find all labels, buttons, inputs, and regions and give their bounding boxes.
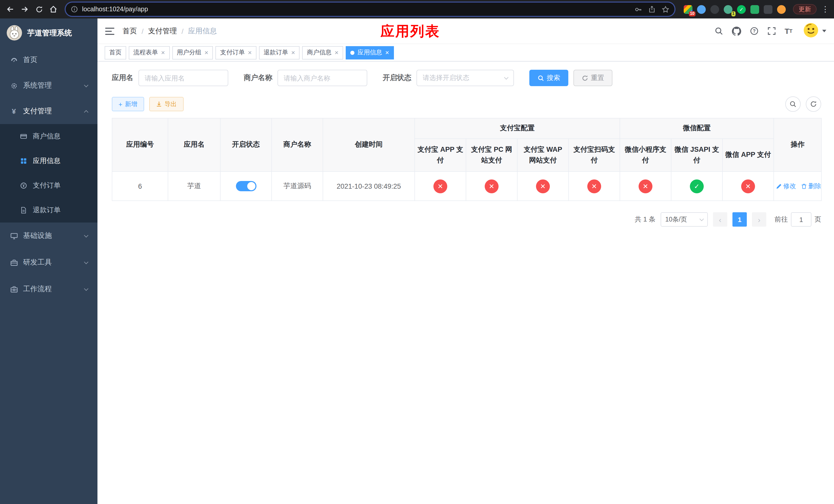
cell-status xyxy=(220,171,271,201)
sidebar-item-label: 首页 xyxy=(23,55,38,65)
sidebar-item-payment-order[interactable]: 支付订单 xyxy=(0,173,97,198)
sidebar-item-dev-tools[interactable]: 研发工具 xyxy=(0,249,97,276)
export-button[interactable]: 导出 xyxy=(149,97,183,111)
github-icon[interactable] xyxy=(732,26,741,36)
close-icon[interactable]: × xyxy=(385,49,389,56)
user-menu[interactable] xyxy=(803,22,826,40)
document-icon xyxy=(20,207,28,214)
credit-card-icon xyxy=(20,133,28,140)
col-header-alipay-app: 支付宝 APP 支付 xyxy=(415,139,466,171)
extension-icon[interactable]: ✓ xyxy=(737,5,746,14)
next-page-button[interactable]: › xyxy=(752,212,766,227)
payment-submenu: 商户信息 应用信息 支付订单 xyxy=(0,124,97,223)
tab-app-info[interactable]: 应用信息× xyxy=(346,46,394,59)
fullscreen-icon[interactable] xyxy=(767,27,776,36)
reset-button[interactable]: 重置 xyxy=(573,70,612,86)
browser-update-button[interactable]: 更新 xyxy=(793,4,816,14)
col-header-id: 应用编号 xyxy=(112,118,168,171)
site-info-icon[interactable] xyxy=(71,6,78,13)
browser-home-icon[interactable] xyxy=(47,3,60,15)
help-icon[interactable]: ? xyxy=(750,27,758,36)
merchant-name-input[interactable] xyxy=(278,70,367,86)
browser-refresh-icon[interactable] xyxy=(33,3,45,15)
alipay-pc-status-icon: ✕ xyxy=(485,179,499,193)
breadcrumb-payment[interactable]: 支付管理 xyxy=(148,26,177,36)
status-toggle[interactable] xyxy=(236,181,256,191)
page-size-select[interactable]: 10条/页 xyxy=(661,212,708,227)
tab-payment-order[interactable]: 支付订单× xyxy=(215,46,256,59)
col-header-alipay-qr: 支付宝扫码支付 xyxy=(569,139,620,171)
toolbox-icon xyxy=(10,259,18,266)
refresh-table-button[interactable] xyxy=(806,96,821,112)
password-key-icon[interactable] xyxy=(635,5,642,13)
extension-icon[interactable] xyxy=(777,5,786,14)
sidebar-item-system[interactable]: 系统管理 xyxy=(0,73,97,98)
extension-badge: 10 xyxy=(689,11,696,16)
tab-user-group[interactable]: 用户分组× xyxy=(172,46,213,59)
cell-created: 2021-10-23 08:49:25 xyxy=(323,171,415,201)
app-name-input[interactable] xyxy=(138,70,228,86)
hide-search-button[interactable] xyxy=(785,96,801,112)
col-header-actions: 操作 xyxy=(774,118,821,171)
address-bar[interactable]: localhost:1024/pay/app xyxy=(66,3,675,16)
close-icon[interactable]: × xyxy=(161,49,165,56)
app-logo[interactable]: 芋道管理系统 xyxy=(0,19,97,47)
close-icon[interactable]: × xyxy=(248,49,251,56)
sidebar-item-label: 工作流程 xyxy=(23,284,52,294)
sidebar-item-app-info[interactable]: 应用信息 xyxy=(0,149,97,173)
extension-icon[interactable] xyxy=(710,5,719,14)
extension-icon[interactable] xyxy=(750,5,759,14)
sidebar-item-label: 支付订单 xyxy=(33,181,61,190)
alipay-app-status-icon: ✕ xyxy=(433,179,447,193)
extension-icon[interactable] xyxy=(764,5,772,14)
browser-forward-icon[interactable] xyxy=(19,3,31,15)
url-text[interactable]: localhost:1024/pay/app xyxy=(82,6,630,13)
grid-icon xyxy=(20,157,28,165)
col-header-wechat-app: 微信 APP 支付 xyxy=(722,139,774,171)
status-select[interactable]: 请选择开启状态 xyxy=(416,70,514,86)
tab-merchant-info[interactable]: 商户信息× xyxy=(302,46,343,59)
table-row: 6 芋道 芋道源码 2021-10-23 08:49:25 ✕ ✕ ✕ ✕ ✕ xyxy=(112,171,821,201)
tab-home[interactable]: 首页 xyxy=(105,46,126,59)
search-icon[interactable] xyxy=(714,27,723,36)
tab-process-form[interactable]: 流程表单× xyxy=(129,46,170,59)
sidebar-item-merchant-info[interactable]: 商户信息 xyxy=(0,124,97,149)
page-number-button[interactable]: 1 xyxy=(732,212,747,227)
alipay-qr-status-icon: ✕ xyxy=(587,179,601,193)
app-name-label: 应用名 xyxy=(112,73,133,83)
search-button[interactable]: 搜索 xyxy=(529,70,568,86)
prev-page-button[interactable]: ‹ xyxy=(713,212,727,227)
close-icon[interactable]: × xyxy=(335,49,338,56)
breadcrumb-current: 应用信息 xyxy=(188,26,217,36)
chevron-down-icon xyxy=(84,287,88,291)
sidebar-item-home[interactable]: 首页 xyxy=(0,47,97,73)
sidebar-item-payment[interactable]: ¥ 支付管理 xyxy=(0,98,97,124)
delete-button[interactable]: 删除 xyxy=(801,182,821,190)
share-icon[interactable] xyxy=(648,6,656,13)
sidebar-item-infrastructure[interactable]: 基础设施 xyxy=(0,223,97,249)
col-header-wechat-jsapi: 微信 JSAPI 支付 xyxy=(671,139,722,171)
extension-icon[interactable]: 1 xyxy=(724,5,732,14)
browser-menu-icon[interactable]: ⋮ xyxy=(821,5,830,14)
sidebar-item-workflow[interactable]: 工作流程 xyxy=(0,276,97,302)
breadcrumb-home[interactable]: 首页 xyxy=(123,26,137,36)
extension-icon[interactable] xyxy=(697,5,706,14)
close-icon[interactable]: × xyxy=(204,49,208,56)
search-form: 应用名 商户名称 开启状态 请选择开启状态 xyxy=(112,70,820,86)
extension-icon[interactable]: 10 xyxy=(684,5,693,14)
sidebar-toggle-icon[interactable] xyxy=(105,27,114,35)
edit-button[interactable]: 修改 xyxy=(776,182,796,190)
goto-page-input[interactable] xyxy=(791,212,811,227)
sidebar: 芋道管理系统 首页 系统管理 ¥ 支付管理 xyxy=(0,19,97,504)
add-button[interactable]: + 新增 xyxy=(112,97,144,111)
sidebar-item-refund-order[interactable]: 退款订单 xyxy=(0,198,97,223)
close-icon[interactable]: × xyxy=(291,49,295,56)
bookmark-star-icon[interactable] xyxy=(662,5,670,13)
browser-back-icon[interactable] xyxy=(4,3,16,15)
tab-refund-order[interactable]: 退款订单× xyxy=(259,46,300,59)
chevron-down-icon xyxy=(504,75,508,79)
avatar xyxy=(803,22,819,40)
col-header-wechat-mini: 微信小程序支付 xyxy=(620,139,671,171)
font-size-icon[interactable]: TT xyxy=(785,27,792,35)
cell-app-id: 6 xyxy=(112,171,168,201)
